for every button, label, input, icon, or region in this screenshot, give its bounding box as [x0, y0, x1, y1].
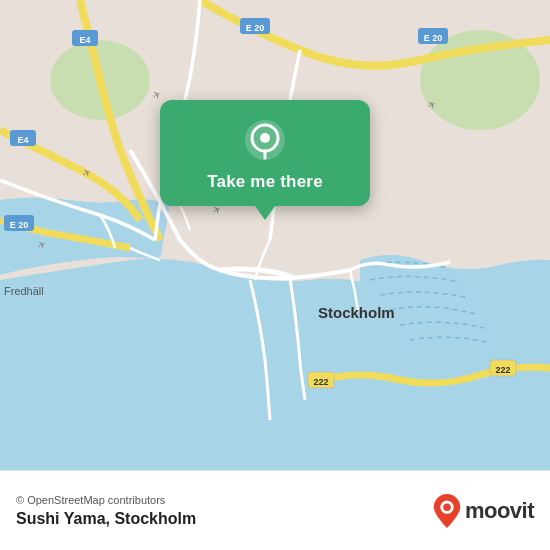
map-background: E4 E 20 E 20 E4 E 20 222 222: [0, 0, 550, 470]
svg-text:Stockholm: Stockholm: [318, 304, 395, 321]
take-me-there-button[interactable]: Take me there: [207, 172, 323, 192]
svg-text:Fredhäll: Fredhäll: [4, 285, 44, 297]
moovit-pin-icon: [433, 494, 461, 528]
svg-text:E 20: E 20: [246, 23, 265, 33]
bottom-bar: © OpenStreetMap contributors Sushi Yama,…: [0, 470, 550, 550]
place-name: Sushi Yama, Stockholm: [16, 510, 196, 528]
svg-point-31: [260, 133, 270, 143]
svg-text:E 20: E 20: [424, 33, 443, 43]
location-pin-icon: [243, 118, 287, 162]
svg-text:E 20: E 20: [10, 220, 29, 230]
svg-point-33: [443, 503, 451, 511]
map-container: E4 E 20 E 20 E4 E 20 222 222: [0, 0, 550, 470]
moovit-logo: moovit: [433, 494, 534, 528]
bottom-left-info: © OpenStreetMap contributors Sushi Yama,…: [16, 494, 196, 528]
svg-text:222: 222: [495, 365, 510, 375]
osm-attribution: © OpenStreetMap contributors: [16, 494, 196, 506]
svg-text:222: 222: [313, 377, 328, 387]
popup-card[interactable]: Take me there: [160, 100, 370, 206]
svg-text:E4: E4: [17, 135, 28, 145]
moovit-wordmark: moovit: [465, 498, 534, 524]
svg-text:E4: E4: [79, 35, 90, 45]
